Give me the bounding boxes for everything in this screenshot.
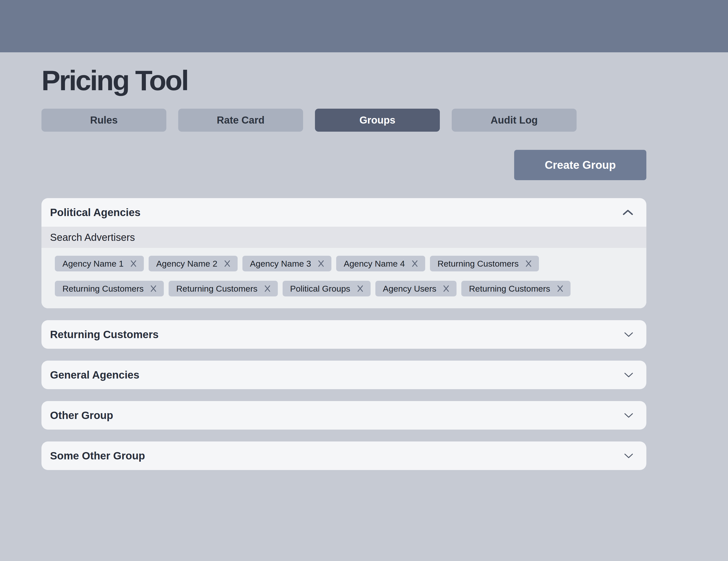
chevron-up-icon[interactable] — [622, 209, 634, 216]
chevron-down-icon[interactable] — [624, 372, 634, 378]
group-header[interactable]: General Agencies — [41, 360, 646, 389]
remove-chip-icon[interactable] — [130, 260, 137, 268]
chevron-down-icon[interactable] — [624, 412, 634, 419]
group-title: Some Other Group — [50, 450, 145, 462]
advertiser-chip: Agency Name 3 — [242, 256, 331, 272]
advertiser-chip: Returning Customers — [169, 281, 278, 296]
main-content: Pricing Tool Rules Rate Card Groups Audi… — [41, 65, 646, 470]
top-bar — [0, 0, 728, 52]
group-list: Political Agencies Agency Name 1Agency N… — [41, 198, 646, 470]
remove-chip-icon[interactable] — [356, 285, 364, 292]
chip-label: Returning Customers — [438, 259, 519, 269]
chip-label: Agency Users — [383, 284, 437, 293]
group-title: Political Agencies — [50, 207, 141, 219]
chips-row: Returning CustomersReturning CustomersPo… — [55, 281, 634, 296]
tab-groups[interactable]: Groups — [315, 109, 440, 132]
chip-label: Returning Customers — [176, 284, 257, 293]
chevron-down-icon[interactable] — [624, 331, 634, 338]
remove-chip-icon[interactable] — [150, 285, 157, 292]
group-header[interactable]: Political Agencies — [41, 198, 646, 227]
chip-label: Agency Name 2 — [156, 259, 217, 269]
advertiser-chip: Agency Name 4 — [336, 256, 425, 272]
remove-chip-icon[interactable] — [317, 260, 325, 268]
remove-chip-icon[interactable] — [411, 260, 419, 268]
remove-chip-icon[interactable] — [556, 285, 564, 292]
remove-chip-icon[interactable] — [442, 285, 450, 292]
remove-chip-icon[interactable] — [223, 260, 231, 268]
group-header[interactable]: Some Other Group — [41, 441, 646, 470]
chip-label: Political Groups — [290, 284, 350, 293]
actions-row: Create Group — [41, 150, 646, 180]
create-group-button[interactable]: Create Group — [514, 150, 646, 180]
remove-chip-icon[interactable] — [264, 285, 271, 292]
chip-label: Agency Name 4 — [344, 259, 405, 269]
tab-audit-log[interactable]: Audit Log — [452, 109, 577, 132]
chip-label: Agency Name 1 — [62, 259, 124, 269]
advertiser-chip: Returning Customers — [461, 281, 570, 296]
chip-label: Returning Customers — [469, 284, 550, 293]
group-card-other-group: Other Group — [41, 401, 646, 430]
advertiser-chip: Returning Customers — [430, 256, 539, 272]
group-card-returning-customers: Returning Customers — [41, 320, 646, 349]
search-advertisers-input[interactable] — [41, 227, 646, 248]
group-header[interactable]: Other Group — [41, 401, 646, 430]
group-title: General Agencies — [50, 369, 139, 381]
page-title: Pricing Tool — [41, 65, 646, 96]
tab-rate-card[interactable]: Rate Card — [178, 109, 303, 132]
chevron-down-icon[interactable] — [624, 453, 634, 459]
tab-bar: Rules Rate Card Groups Audit Log — [41, 109, 646, 132]
advertiser-chip: Agency Name 2 — [149, 256, 238, 272]
advertiser-search-row — [41, 227, 646, 248]
remove-chip-icon[interactable] — [525, 260, 532, 268]
selected-advertisers: Agency Name 1Agency Name 2Agency Name 3A… — [41, 248, 646, 308]
advertiser-chip: Agency Name 1 — [55, 256, 144, 272]
group-header[interactable]: Returning Customers — [41, 320, 646, 349]
advertiser-chip: Returning Customers — [55, 281, 164, 296]
group-card-general-agencies: General Agencies — [41, 360, 646, 389]
group-title: Other Group — [50, 409, 113, 421]
chip-label: Agency Name 3 — [250, 259, 311, 269]
chip-label: Returning Customers — [62, 284, 144, 293]
tab-rules[interactable]: Rules — [41, 109, 166, 132]
advertiser-chip: Political Groups — [283, 281, 371, 296]
advertiser-chip: Agency Users — [375, 281, 457, 296]
group-card-some-other-group: Some Other Group — [41, 441, 646, 470]
group-title: Returning Customers — [50, 328, 158, 341]
chips-row: Agency Name 1Agency Name 2Agency Name 3A… — [55, 256, 634, 272]
group-card-political-agencies: Political Agencies Agency Name 1Agency N… — [41, 198, 646, 308]
